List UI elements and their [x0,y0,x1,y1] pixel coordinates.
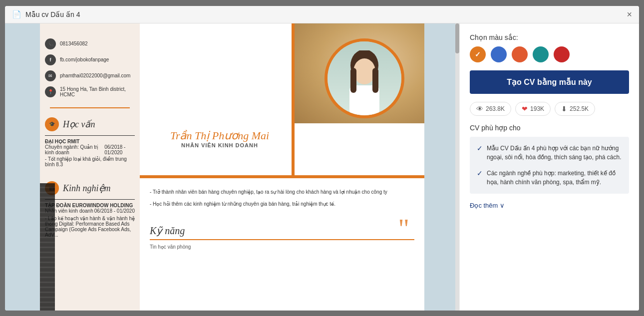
suitable-title: CV phù hợp cho [470,124,629,132]
color-options [470,46,629,62]
cv-preview: 📞 0813456082 f fb.com/jobokofanpage ✉ ph… [5,23,459,311]
suitable-section: CV phù hợp cho ✓ Mẫu CV Dấu ấn 4 phù hợp… [470,124,629,194]
heart-icon: ❤ [522,105,528,113]
color-dot-orange[interactable] [470,46,486,62]
edu-note: - Tốt nghiệp loại khá giỏi, điểm trung b… [45,156,135,167]
cv-objective-2: - Học hỏi thêm các kinh nghiệm từ những … [150,200,414,208]
views-badge: 👁 263.8K [470,102,511,116]
cv-container: 📞 0813456082 f fb.com/jobokofanpage ✉ ph… [40,23,424,311]
suitable-box: ✓ Mẫu CV Dấu ấn 4 phù hợp với các bạn nữ… [470,137,629,194]
scrollbar-track[interactable] [455,23,459,311]
chevron-down-icon: ∨ [500,202,505,209]
education-icon: 🎓 [45,117,59,131]
cv-education-header: 🎓 Học vấn [40,113,140,135]
read-more-link[interactable]: Đọc thêm ∨ [470,202,629,209]
suitable-text-1: Mẫu CV Dấu ấn 4 phù hợp với các bạn nữ h… [487,144,622,162]
cv-name-area: Trần Thị Phương Mai NHÂN VIÊN KINH DOANH [150,129,290,148]
cv-experience-header: 💼 Kinh nghiệm [40,177,140,199]
cv-name: Trần Thị Phương Mai [150,129,290,142]
stats-row: 👁 263.8K ❤ 193K ⬇ 252.5K [470,102,629,116]
svg-rect-3 [350,68,356,93]
phone-text: 0813456082 [60,41,88,46]
company-name: TẬP ĐOÀN EUROWINDOW HOLDING [45,203,135,208]
cv-contact-row-email: ✉ phamthai02022000@gmail.com [40,70,140,81]
cv-contacts: 📞 0813456082 f fb.com/jobokofanpage ✉ ph… [40,33,140,102]
color-dot-teal[interactable] [533,46,549,62]
svg-point-1 [353,58,375,84]
facebook-icon: f [45,54,56,65]
experience-title: Kinh nghiệm [63,183,111,194]
cv-skills-area: Kỹ năng Tin học văn phòng [150,223,414,251]
read-more-label: Đọc thêm [470,202,498,209]
edu-title-line [45,135,135,136]
cv-right-column: Trần Thị Phương Mai NHÂN VIÊN KINH DOANH… [140,23,424,311]
person-svg [339,50,389,115]
role-date-row: Nhân viên kinh doanh 06/2018 - 01/2020 [45,208,135,214]
download-icon: ⬇ [561,105,567,113]
suitable-item-1: ✓ Mẫu CV Dấu ấn 4 phù hợp với các bạn nữ… [477,144,622,162]
location-icon: 📍 [45,86,56,97]
cv-cross-vertical [292,23,295,178]
email-icon: ✉ [45,70,56,81]
cv-edu-content: ĐẠI HỌC RMIT Chuyên ngành: Quản trị kinh… [40,139,140,167]
color-dot-red[interactable] [554,46,570,62]
cv-divider [50,107,130,108]
cv-cross-horizontal [140,175,424,178]
modal-title-area: 📄 Mẫu cv Dấu ấn 4 [12,10,80,19]
eye-icon: 👁 [476,105,483,113]
suitable-item-2: ✓ Các ngành nghề phù hợp: marketing, thi… [477,169,622,187]
cv-contact-row-addr: 📍 15 Hong Ha, Tan Binh district, HCMC [40,86,140,97]
check-icon-1: ✓ [477,144,483,152]
address-text: 15 Hong Ha, Tan Binh district, HCMC [60,86,140,97]
cv-photo-circle [324,38,404,118]
sidebar-panel: Chọn màu sắc: Tạo CV bằng mẫu này 👁 [459,23,639,311]
modal-body: 📞 0813456082 f fb.com/jobokofanpage ✉ ph… [5,23,639,311]
cv-contact-row-fb: f fb.com/jobokofanpage [40,54,140,65]
views-count: 263.8K [486,105,505,112]
likes-count: 193K [530,105,544,112]
scrollbar-thumb[interactable] [455,23,459,53]
svg-rect-4 [372,68,378,93]
cv-position: NHÂN VIÊN KINH DOANH [150,142,290,148]
cv-photo-placeholder [327,41,401,115]
exp-date: 06/2018 - 01/2020 [94,208,135,214]
cv-skills-underline [150,239,414,240]
likes-badge: ❤ 193K [515,102,551,116]
email-text: phamthai02022000@gmail.com [60,73,130,78]
color-dot-coral[interactable] [512,46,528,62]
cv-contact-row: 📞 0813456082 [40,38,140,49]
color-section-title: Chọn màu sắc: [470,33,629,41]
cv-objective-1: - Trở thành nhân viên bán hàng chuyên ng… [150,188,414,196]
major-text: Chuyên ngành: Quản trị kinh doanh [45,144,104,155]
fb-text: fb.com/jobokofanpage [60,57,109,62]
phone-icon: 📞 [45,38,56,49]
notebook-decoration [40,183,55,311]
color-selection: Chọn màu sắc: [470,33,629,62]
modal-overlay: 📄 Mẫu cv Dấu ấn 4 × 📞 081345608 [0,0,644,316]
edu-date: 06/2018 - 01/2020 [104,144,135,155]
exp-title-line [45,199,135,200]
suitable-text-2: Các ngành nghề phù hợp: marketing, thiết… [487,169,622,187]
major-date-row: Chuyên ngành: Quản trị kinh doanh 06/201… [45,144,135,155]
cv-skill-item: Tin học văn phòng [150,243,414,251]
quote-mark: " [398,208,409,250]
education-title: Học vấn [63,119,95,130]
create-cv-button[interactable]: Tạo CV bằng mẫu này [470,70,629,94]
modal: 📄 Mẫu cv Dấu ấn 4 × 📞 081345608 [5,6,639,311]
cv-exp-content: TẬP ĐOÀN EUROWINDOW HOLDING Nhân viên ki… [40,203,140,238]
downloads-badge: ⬇ 252.5K [555,102,595,116]
cv-left-column: 📞 0813456082 f fb.com/jobokofanpage ✉ ph… [40,23,140,311]
school-name: ĐẠI HỌC RMIT [45,139,135,144]
modal-close-button[interactable]: × [627,10,632,19]
modal-title: Mẫu cv Dấu ấn 4 [25,10,80,18]
cv-right-top: Trần Thị Phương Mai NHÂN VIÊN KINH DOANH [140,23,424,178]
cv-skills-title: Kỹ năng [150,223,414,238]
color-dot-blue[interactable] [491,46,507,62]
cv-right-bottom: - Trở thành nhân viên bán hàng chuyên ng… [140,178,424,261]
downloads-count: 252.5K [570,105,589,112]
modal-header: 📄 Mẫu cv Dấu ấn 4 × [5,6,639,23]
doc-icon: 📄 [12,10,21,19]
exp-note: - Lập kế hoạch vận hành & vận hành hệ th… [45,216,135,238]
check-icon-2: ✓ [477,169,483,177]
